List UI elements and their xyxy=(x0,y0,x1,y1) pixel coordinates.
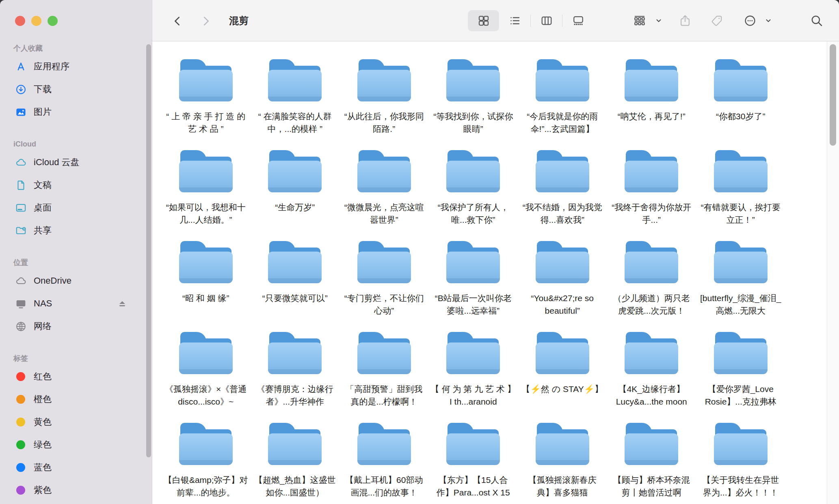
folder-item[interactable]: “呐艾伦，再见了!” xyxy=(607,59,696,150)
folder-item[interactable]: 【戴上耳机】60部动画混...们的故事！ xyxy=(339,423,429,504)
folder-item[interactable]: “如果可以，我想和十几...人结婚。” xyxy=(161,150,251,241)
folder-item[interactable]: 【⚡然 の STAY⚡】 xyxy=(518,332,607,423)
sidebar-sections: 个人收藏应用程序下载图片iCloudiCloud 云盘文稿桌面共享位置OneDr… xyxy=(0,44,152,504)
folder-item[interactable]: 【关于我转生在异世界为...】必火！！！ xyxy=(696,423,785,504)
folder-item[interactable]: 【顾与】桥本环奈混剪丨她曾活过啊 xyxy=(607,423,696,504)
folder-item[interactable]: 【孤独摇滚新春庆典】喜多猫猫 xyxy=(518,423,607,504)
search-button[interactable] xyxy=(805,10,828,31)
traffic-lights xyxy=(15,16,58,26)
sidebar-item-label: 红色 xyxy=(34,370,52,383)
sidebar-item-tag-5[interactable]: 紫色 xyxy=(0,479,152,502)
photo-icon xyxy=(15,106,27,118)
folder-item[interactable]: 「高甜预警」甜到我真的是...柠檬啊！ xyxy=(339,332,429,423)
more-button[interactable] xyxy=(738,10,762,31)
gallery-view-button[interactable] xyxy=(562,10,594,31)
sidebar-item-shared-folder[interactable]: 共享 xyxy=(0,219,152,242)
folder-item[interactable]: “等我找到你，试探你眼睛” xyxy=(429,59,518,150)
folder-item[interactable]: 【超燃_热血】这盛世如你...国盛世） xyxy=(251,423,340,504)
sidebar-item-label: NAS xyxy=(34,298,52,309)
tag-button[interactable] xyxy=(705,10,728,31)
folder-item[interactable]: “只要微笑就可以” xyxy=(251,241,340,332)
folder-item[interactable]: “我终于舍得为你放开手...” xyxy=(607,150,696,241)
sidebar-item-label: 图片 xyxy=(34,106,52,118)
folder-label: “我不结婚，因为我觉得...喜欢我” xyxy=(520,201,605,226)
icon-view-button[interactable] xyxy=(468,10,499,31)
more-chevron[interactable] xyxy=(762,15,774,26)
folder-item[interactable]: “ 在满脸笑容的人群中，...的模样 ” xyxy=(251,59,340,150)
list-view-button[interactable] xyxy=(499,10,530,31)
group-chevron[interactable] xyxy=(653,15,665,26)
tag-color-dot xyxy=(16,440,25,449)
sidebar-item-desktop[interactable]: 桌面 xyxy=(0,196,152,219)
folder-item[interactable]: “专门剪烂，不让你们心动” xyxy=(339,241,429,332)
folder-item[interactable]: 《赛博朋克：边缘行者》...升华神作 xyxy=(251,332,340,423)
folder-item[interactable]: 【爱你罗茜_Love Rosie】...克拉弗林 xyxy=(696,332,785,423)
globe-icon xyxy=(15,320,27,332)
folder-item[interactable]: “昭 和 姻 缘” xyxy=(161,241,251,332)
folder-item[interactable]: “You&#x27;re so beautiful” xyxy=(518,241,607,332)
folder-icon xyxy=(268,59,322,101)
sidebar-item-globe[interactable]: 网络 xyxy=(0,315,152,338)
folder-icon xyxy=(446,332,500,374)
share-button[interactable] xyxy=(674,10,696,31)
sidebar-item-tag-0[interactable]: 红色 xyxy=(0,365,152,388)
display-icon xyxy=(15,297,27,310)
group-button[interactable] xyxy=(627,10,653,31)
sidebar-item-download[interactable]: 下载 xyxy=(0,78,152,101)
folder-item[interactable]: “B站最后一次叫你老婆啦...远幸福” xyxy=(429,241,518,332)
folder-label: 【顾与】桥本环奈混剪丨她曾活过啊 xyxy=(609,474,694,499)
sidebar-item-tag-2[interactable]: 黄色 xyxy=(0,411,152,433)
sidebar-item-tag-4[interactable]: 蓝色 xyxy=(0,456,152,479)
folder-item[interactable]: “今后我就是你的雨伞!”...玄武国篇】 xyxy=(518,59,607,150)
folder-item[interactable]: “有错就要认，挨打要立正！” xyxy=(696,150,785,241)
folder-label: “昭 和 姻 缘” xyxy=(163,292,248,304)
back-button[interactable] xyxy=(169,12,186,30)
folder-icon xyxy=(625,241,678,283)
folder-item[interactable]: [butterfly_综漫_催泪_高燃...无限大 xyxy=(696,241,785,332)
folder-item[interactable]: （少儿频道）两只老虎爱跳...次元版！ xyxy=(607,241,696,332)
sidebar-item-appstore[interactable]: 应用程序 xyxy=(0,55,152,78)
sidebar-item-label: 绿色 xyxy=(34,439,52,451)
sidebar-item-document[interactable]: 文稿 xyxy=(0,174,152,196)
folder-item[interactable]: “微微晨光，点亮这喧嚣世界” xyxy=(339,150,429,241)
folder-icon xyxy=(179,241,233,283)
sidebar-item-label: 下载 xyxy=(34,83,52,95)
sidebar-item-icloud[interactable]: iCloud 云盘 xyxy=(0,151,152,174)
eject-button[interactable] xyxy=(117,298,128,309)
sidebar-scrollbar-thumb[interactable] xyxy=(146,44,151,457)
sidebar-item-photo[interactable]: 图片 xyxy=(0,101,152,123)
folder-item[interactable]: 【4K_边缘行者】Lucy&a...the moon xyxy=(607,332,696,423)
folder-item[interactable]: 【白银&amp;弥子】对前辈...的地步。 xyxy=(161,423,251,504)
folder-label: 【关于我转生在异世界为...】必火！！！ xyxy=(698,474,783,499)
chevron-down-icon xyxy=(655,17,662,24)
folder-icon xyxy=(179,332,233,374)
folder-icon xyxy=(357,241,411,283)
column-view-button[interactable] xyxy=(531,10,562,31)
close-button[interactable] xyxy=(15,16,25,26)
folder-icon xyxy=(179,150,233,192)
folder-item[interactable]: 《孤独摇滚》×《普通disco...isco》~ xyxy=(161,332,251,423)
share-icon xyxy=(679,14,692,27)
folder-item[interactable]: “我保护了所有人，唯...救下你” xyxy=(429,150,518,241)
sidebar-item-tag-3[interactable]: 绿色 xyxy=(0,433,152,456)
sidebar-item-tag-1[interactable]: 橙色 xyxy=(0,388,152,411)
minimize-button[interactable] xyxy=(31,16,41,26)
folder-item[interactable]: 【 何 为 第 九 艺 术 】I th...aranoid xyxy=(429,332,518,423)
folder-label: “呐艾伦，再见了!” xyxy=(609,110,694,123)
tag-color-dot xyxy=(16,463,25,472)
folder-item[interactable]: 【东方】【15人合作】Para...ost X 15 xyxy=(429,423,518,504)
forward-button[interactable] xyxy=(197,12,215,30)
sidebar-item-display[interactable]: NAS xyxy=(0,292,152,315)
zoom-button[interactable] xyxy=(48,16,58,26)
folder-item[interactable]: “生命万岁” xyxy=(251,150,340,241)
folder-icon xyxy=(625,423,678,465)
folder-item[interactable]: “ 上 帝 亲 手 打 造 的 艺 术 品 ” xyxy=(161,59,251,150)
folder-item[interactable]: “我不结婚，因为我觉得...喜欢我” xyxy=(518,150,607,241)
folder-label: “ 在满脸笑容的人群中，...的模样 ” xyxy=(253,110,337,135)
sidebar-item-cloud[interactable]: OneDrive xyxy=(0,269,152,292)
folder-item[interactable]: “你都30岁了” xyxy=(696,59,785,150)
folder-item[interactable]: “从此往后，你我形同陌路.” xyxy=(339,59,429,150)
folder-icon xyxy=(357,332,411,374)
sidebar-section-header: 位置 xyxy=(0,258,152,269)
content-scrollbar-thumb[interactable] xyxy=(830,44,836,146)
